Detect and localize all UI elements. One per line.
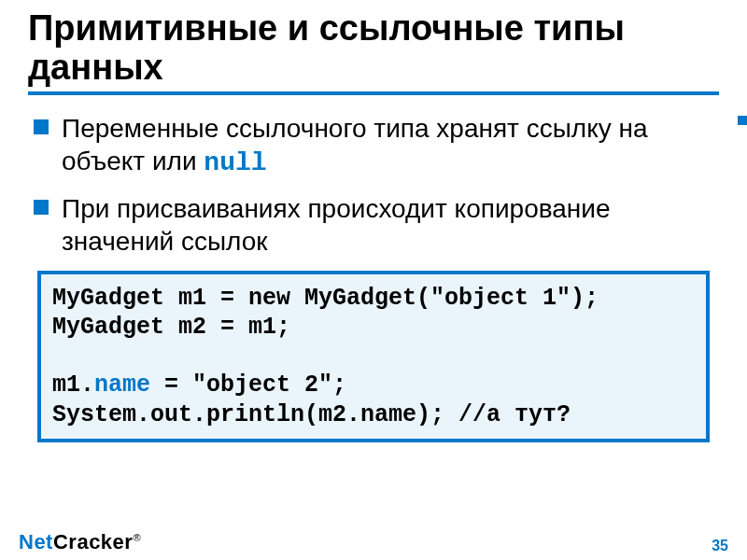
bullet-icon [34,119,49,134]
logo: NetCracker® [19,530,141,554]
footer: NetCracker® 35 [0,530,747,554]
title-underline [28,91,719,95]
code-line: MyGadget m1 = new MyGadget("object 1"); [52,285,599,312]
page-number: 35 [712,538,728,554]
slide-title: Примитивные и ссылочные типы данных [28,9,719,88]
decorative-square-icon [738,116,747,125]
bullet-item: Переменные ссылочного типа хранят ссылку… [34,112,719,179]
logo-cracker: Cracker [53,530,133,553]
code-line-seg: = "object 2"; [150,371,346,399]
logo-net: Net [19,530,53,553]
bullet-icon [34,200,49,215]
code-line: MyGadget m2 = m1; [52,314,290,341]
bullet-text: Переменные ссылочного типа хранят ссылку… [62,112,719,179]
bullet-text-pre: Переменные ссылочного типа хранят ссылку… [62,114,648,175]
bullet-list: Переменные ссылочного типа хранят ссылку… [34,112,719,258]
code-line-seg: m1. [52,371,94,399]
bullet-text-pre: При присваиваниях происходит копирование… [62,194,611,256]
code-property-name: name [94,371,150,399]
code-line: System.out.println(m2.name); //а тут? [52,401,571,428]
bullet-text: При присваиваниях происходит копирование… [62,192,719,258]
slide: Примитивные и ссылочные типы данных Пере… [0,0,747,560]
bullet-text-mono: null [204,148,266,177]
code-block: MyGadget m1 = new MyGadget("object 1"); … [37,271,710,442]
registered-icon: ® [133,532,141,543]
bullet-item: При присваиваниях происходит копирование… [34,192,719,258]
